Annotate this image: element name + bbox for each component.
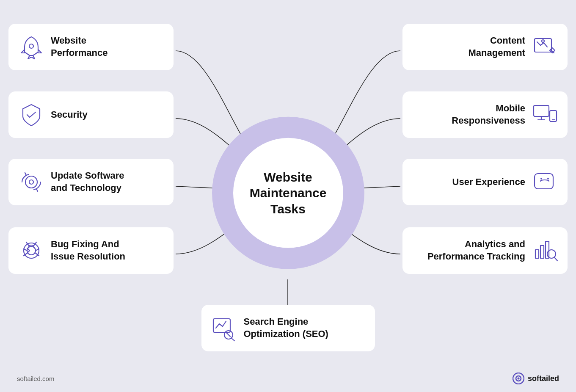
- bug-fixing-card: Bug Fixing And Issue Resolution: [8, 227, 174, 274]
- mobile-responsiveness-label: Mobile Responsiveness: [452, 102, 525, 127]
- svg-line-19: [554, 257, 557, 261]
- seo-card: Search Engine Optimization (SEO): [201, 305, 375, 351]
- security-label: Security: [51, 109, 88, 121]
- footer-brand: softailed: [528, 374, 559, 383]
- update-software-label: Update Software and Technology: [51, 170, 124, 194]
- footer: softailed.com softailed: [0, 373, 576, 384]
- svg-point-6: [542, 40, 544, 42]
- svg-point-0: [29, 44, 33, 48]
- shield-icon: [18, 101, 45, 128]
- mobile-responsiveness-card: Mobile Responsiveness: [402, 91, 568, 138]
- svg-rect-7: [534, 105, 549, 116]
- svg-rect-15: [535, 250, 539, 258]
- footer-left: softailed.com: [17, 375, 54, 382]
- mobile-responsive-icon: [531, 101, 558, 128]
- rocket-icon: [18, 33, 45, 61]
- bug-icon: [18, 237, 45, 264]
- center-circle-outer: Website Maintenance Tasks: [212, 117, 364, 269]
- softailed-logo-icon: [513, 373, 524, 384]
- analytics-label: Analytics and Performance Tracking: [427, 238, 525, 262]
- svg-rect-16: [540, 246, 544, 258]
- svg-point-4: [27, 246, 36, 255]
- svg-rect-5: [535, 39, 551, 52]
- bug-fixing-label: Bug Fixing And Issue Resolution: [51, 238, 125, 262]
- footer-right: softailed: [513, 373, 559, 384]
- website-performance-card: Website Performance: [8, 24, 174, 70]
- user-experience-label: User Experience: [452, 176, 525, 188]
- svg-point-1: [25, 176, 37, 188]
- svg-point-14: [547, 178, 549, 179]
- svg-rect-12: [535, 174, 553, 189]
- svg-line-23: [227, 333, 230, 337]
- content-management-icon: [531, 33, 558, 61]
- analytics-card: Analytics and Performance Tracking: [402, 227, 568, 274]
- center-circle-inner: Website Maintenance Tasks: [233, 138, 343, 248]
- seo-icon: [211, 315, 238, 342]
- svg-point-2: [29, 180, 33, 184]
- security-card: Security: [8, 91, 174, 138]
- analytics-icon: [531, 237, 558, 264]
- seo-label: Search Engine Optimization (SEO): [244, 316, 328, 340]
- svg-point-26: [517, 378, 519, 380]
- user-experience-icon: [531, 168, 558, 196]
- update-software-card: Update Software and Technology: [8, 159, 174, 205]
- svg-line-22: [232, 338, 234, 341]
- content-management-label: Content Management: [469, 35, 525, 59]
- update-icon: [18, 168, 45, 196]
- website-performance-label: Website Performance: [51, 35, 108, 59]
- center-label: Website Maintenance Tasks: [250, 169, 327, 217]
- svg-point-13: [540, 178, 542, 179]
- user-experience-card: User Experience: [402, 159, 568, 205]
- content-management-card: Content Management: [402, 24, 568, 70]
